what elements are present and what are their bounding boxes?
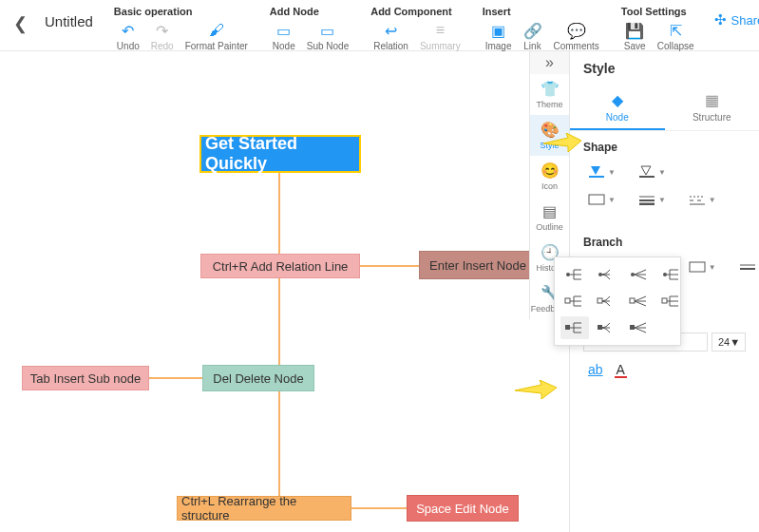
- group-label: Add Node: [268, 4, 361, 21]
- svg-rect-41: [598, 298, 602, 303]
- svg-rect-1: [639, 176, 655, 178]
- tab-theme[interactable]: 👕Theme: [530, 74, 569, 115]
- connector: [351, 507, 407, 509]
- format-painter-button[interactable]: 🖌Format Painter: [180, 21, 253, 51]
- svg-line-29: [635, 270, 646, 275]
- structure-tab-icon: ▦: [705, 91, 719, 109]
- layout-option[interactable]: [593, 290, 621, 313]
- collapse-button[interactable]: ⇱Collapse: [653, 21, 699, 51]
- section-heading: Branch: [583, 236, 746, 249]
- layout-option[interactable]: [625, 263, 654, 286]
- layout-option[interactable]: [560, 290, 589, 313]
- node-del[interactable]: Del Delete Node: [202, 365, 314, 391]
- panel-title: Style: [570, 51, 759, 86]
- group-add-component: Add Component ↩Relation ≡Summary: [369, 4, 473, 51]
- svg-rect-35: [565, 298, 570, 303]
- layout-option[interactable]: [657, 290, 686, 313]
- image-button[interactable]: ▣Image: [481, 21, 517, 51]
- connector: [149, 377, 202, 379]
- layout-option[interactable]: [593, 316, 621, 339]
- svg-rect-49: [565, 325, 570, 330]
- border-width-option[interactable]: ▼: [634, 190, 671, 209]
- node-button[interactable]: ▭Node: [268, 21, 300, 51]
- icon-icon: 😊: [541, 162, 560, 180]
- group-label: Insert: [481, 4, 612, 21]
- svg-rect-10: [690, 262, 705, 272]
- svg-line-45: [635, 301, 646, 306]
- underline-button[interactable]: ab: [583, 359, 608, 380]
- comments-button[interactable]: 💬Comments: [549, 21, 604, 51]
- layout-option[interactable]: [560, 263, 589, 286]
- border-color-option[interactable]: ▼: [634, 162, 671, 182]
- section-shape: Shape ▼ ▼ ▼ ▼ ▼: [570, 131, 759, 226]
- connector: [278, 173, 280, 519]
- node-enter[interactable]: Enter Insert Node: [419, 251, 537, 279]
- fill-color-option[interactable]: ▼: [583, 162, 620, 182]
- group-label: Basic operation: [112, 4, 260, 21]
- undo-button[interactable]: ↶Undo: [112, 21, 144, 51]
- node-tab-icon: ◆: [612, 91, 623, 109]
- outline-icon: ▤: [542, 202, 557, 220]
- callout-arrow: [515, 380, 557, 401]
- svg-rect-42: [630, 298, 635, 303]
- theme-icon: 👕: [541, 80, 560, 98]
- callout-arrow: [543, 133, 581, 154]
- group-add-node: Add Node ▭Node ▭Sub Node: [268, 4, 361, 51]
- group-label: Tool Settings: [619, 4, 707, 21]
- doc-title[interactable]: Untitled: [35, 4, 112, 29]
- svg-line-57: [635, 323, 646, 328]
- node-root[interactable]: Get Started Quickly: [199, 135, 361, 173]
- share-icon: ✣: [714, 11, 727, 28]
- layout-option[interactable]: [657, 263, 686, 286]
- svg-line-31: [635, 275, 646, 279]
- node-rearrange[interactable]: Ctrl+L Rearrange the structure: [177, 496, 351, 521]
- node-tab[interactable]: Tab Insert Sub node: [22, 366, 149, 390]
- group-label: Add Component: [369, 4, 473, 21]
- svg-rect-56: [630, 325, 635, 330]
- tab-icon[interactable]: 😊Icon: [530, 156, 569, 197]
- layout-option[interactable]: [625, 290, 654, 313]
- svg-rect-46: [662, 298, 667, 303]
- svg-rect-55: [598, 325, 602, 330]
- font-color-button[interactable]: A: [612, 359, 630, 380]
- link-button[interactable]: 🔗Link: [519, 21, 547, 51]
- layout-option[interactable]: [625, 316, 654, 339]
- border-style-option[interactable]: ▼: [684, 190, 721, 209]
- panel-tab-structure[interactable]: ▦Structure: [665, 86, 760, 130]
- branch-shape-option[interactable]: ▼: [684, 256, 721, 277]
- svg-line-59: [635, 328, 646, 332]
- svg-rect-0: [589, 176, 604, 178]
- tab-outline[interactable]: ▤Outline: [530, 197, 569, 238]
- shape-type-option[interactable]: ▼: [583, 190, 620, 209]
- group-tool-settings: Tool Settings 💾Save ⇱Collapse: [619, 4, 707, 51]
- panel-tab-node[interactable]: ◆Node: [570, 86, 665, 130]
- back-button[interactable]: ❮: [9, 4, 35, 34]
- save-button[interactable]: 💾Save: [619, 21, 651, 51]
- section-heading: Shape: [583, 141, 746, 154]
- svg-point-21: [566, 273, 570, 276]
- svg-rect-2: [589, 195, 604, 204]
- svg-point-27: [598, 273, 602, 276]
- summary-button[interactable]: ≡Summary: [415, 21, 465, 51]
- subnode-button[interactable]: ▭Sub Node: [302, 21, 353, 51]
- svg-point-32: [663, 273, 667, 276]
- branch-width-option[interactable]: ▼: [734, 256, 759, 277]
- group-insert: Insert ▣Image 🔗Link 💬Comments: [481, 4, 612, 51]
- svg-line-43: [635, 296, 646, 301]
- node-relation[interactable]: Ctrl+R Add Relation Line: [200, 254, 360, 278]
- connector: [360, 265, 419, 267]
- toolbar: ❮ Untitled Basic operation ↶Undo ↷Redo 🖌…: [0, 0, 759, 51]
- svg-point-28: [631, 273, 635, 276]
- redo-button[interactable]: ↷Redo: [146, 21, 179, 51]
- group-basic: Basic operation ↶Undo ↷Redo 🖌Format Pain…: [112, 4, 260, 51]
- font-size-select[interactable]: 24▼: [712, 332, 746, 352]
- branch-layout-popup: [554, 256, 681, 346]
- layout-option[interactable]: [560, 316, 589, 339]
- relation-button[interactable]: ↩Relation: [369, 21, 413, 51]
- layout-option[interactable]: [593, 263, 621, 286]
- node-space[interactable]: Space Edit Node: [407, 495, 519, 522]
- collapse-panel-button[interactable]: »: [530, 51, 569, 74]
- share-button[interactable]: ✣Share: [714, 11, 759, 28]
